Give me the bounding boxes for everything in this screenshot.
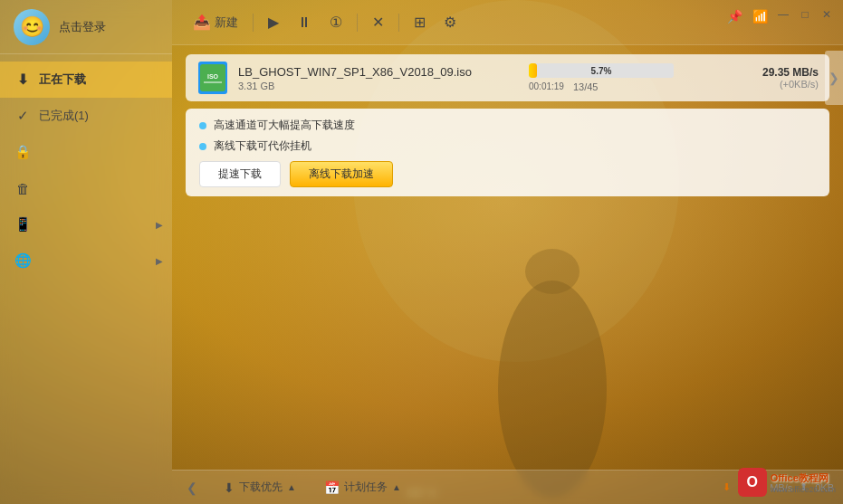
check-icon: ✓ — [14, 107, 32, 125]
expand-arrow-device: ▶ — [156, 220, 163, 230]
sidebar-header[interactable]: 😊 点击登录 — [0, 0, 172, 54]
left-arrow[interactable]: ❮ — [181, 477, 203, 499]
progress-label: 5.7% — [591, 66, 612, 76]
settings-icon: ⚙ — [444, 14, 456, 31]
sidebar-item-downloading[interactable]: ⬇ 正在下载 — [0, 62, 172, 98]
delete-icon: ✕ — [372, 14, 384, 31]
trash-icon: 🗑 — [14, 179, 32, 197]
download-info: LB_GHOST_WIN7_SP1_X86_V2018_09.iso 3.31 … — [238, 65, 520, 91]
download-progress-section: 5.7% 00:01:19 13/45 — [529, 63, 692, 92]
promo-text-2: 离线下载可代你挂机 — [214, 138, 311, 154]
nav-arrow-right[interactable]: ❯ — [825, 51, 843, 105]
down-arrow-icon: ⬇ — [723, 481, 731, 493]
expand-arrow-globe: ▶ — [156, 256, 163, 266]
wifi-button[interactable]: 📶 — [751, 7, 769, 25]
lock-icon: 🔒 — [14, 143, 32, 161]
promo-item-2: 离线下载可代你挂机 — [199, 138, 816, 154]
delete-button[interactable]: ✕ — [365, 9, 391, 35]
divider-3 — [398, 14, 399, 32]
time-elapsed: 00:01:19 — [529, 81, 564, 91]
download-item: ISO LB_GHOST_WIN7_SP1_X86_V2018_09.iso 3… — [186, 54, 829, 101]
pause-button[interactable]: ⏸ — [290, 10, 319, 35]
download-filesize: 3.31 GB — [238, 81, 520, 91]
play-icon: ▶ — [268, 14, 279, 31]
avatar-emoji: 😊 — [20, 15, 44, 39]
sidebar-nav: ⬇ 正在下载 ✓ 已完成(1) 🔒 🗑 ▶ 📱 ▶ 🌐 — [0, 54, 172, 279]
speed-up-button[interactable]: 提速下载 — [199, 161, 281, 187]
progress-bar-fill — [529, 63, 537, 78]
avatar[interactable]: 😊 — [14, 9, 50, 45]
watermark-title: Office教程网 — [771, 472, 829, 483]
sidebar-item-trash[interactable]: 🗑 — [0, 170, 172, 206]
download-icon: ⬇ — [14, 71, 32, 89]
sidebar-item-downloading-label: 正在下载 — [39, 71, 86, 88]
sidebar-item-locked[interactable]: 🔒 — [0, 134, 172, 170]
sidebar-item-device[interactable]: ▶ 📱 — [0, 206, 172, 242]
iso-bar — [204, 81, 222, 83]
watermark-info: Office教程网 www.office26.com — [771, 471, 836, 494]
download-speed-delta: (+0KB/s) — [701, 79, 819, 90]
play-button[interactable]: ▶ — [261, 9, 286, 35]
close-button[interactable]: ✕ — [819, 7, 834, 22]
download-filename: LB_GHOST_WIN7_SP1_X86_V2018_09.iso — [238, 65, 520, 79]
new-button[interactable]: 📤 新建 — [186, 9, 245, 35]
download-speed-section: 29.35 MB/s (+0KB/s) — [701, 66, 819, 90]
sidebar-item-globe[interactable]: ▶ 🌐 — [0, 242, 172, 279]
download-speed-value: 29.35 MB/s — [701, 66, 819, 79]
login-text[interactable]: 点击登录 — [59, 19, 106, 35]
schedule-button[interactable]: 📅 计划任务 ▲ — [317, 476, 408, 499]
new-icon: 📤 — [193, 14, 211, 31]
promo-dot-2 — [199, 143, 206, 150]
priority-button[interactable]: ⬇ 下载优先 ▲ — [216, 476, 303, 499]
sidebar-item-completed[interactable]: ✓ 已完成(1) — [0, 98, 172, 134]
sidebar-item-completed-label: 已完成(1) — [39, 108, 89, 124]
promo-actions: 提速下载 离线下载加速 — [199, 161, 816, 187]
maximize-button[interactable]: □ — [798, 7, 812, 22]
progress-bar-container: 5.7% — [529, 63, 674, 78]
schedule-arrow: ▲ — [392, 482, 401, 492]
promo-panel: 高速通道可大幅提高下载速度 离线下载可代你挂机 提速下载 离线下载加速 — [186, 109, 829, 196]
globe-icon: 🌐 — [14, 252, 32, 270]
priority-arrow: ▲ — [287, 482, 296, 492]
info-icon: ① — [330, 14, 342, 31]
minimize-button[interactable]: — — [776, 7, 790, 22]
pause-icon: ⏸ — [297, 14, 311, 31]
progress-row: 5.7% — [529, 63, 692, 78]
divider-1 — [253, 14, 254, 32]
offline-download-button[interactable]: 离线下载加速 — [290, 161, 393, 187]
grid-icon: ⊞ — [414, 14, 426, 31]
priority-icon: ⬇ — [224, 480, 235, 495]
promo-dot-1 — [199, 122, 206, 129]
progress-meta: 00:01:19 13/45 — [529, 81, 692, 92]
file-icon-container: ISO — [196, 62, 229, 94]
promo-item-1: 高速通道可大幅提高下载速度 — [199, 118, 816, 133]
sidebar: 😊 点击登录 ⬇ 正在下载 ✓ 已完成(1) 🔒 🗑 ▶ 📱 ▶ 🌐 — [0, 0, 172, 504]
window-controls: 📌 📶 — □ ✕ — [725, 7, 834, 25]
schedule-icon: 📅 — [324, 480, 340, 495]
download-area: ISO LB_GHOST_WIN7_SP1_X86_V2018_09.iso 3… — [172, 45, 843, 470]
device-icon: 📱 — [14, 215, 32, 233]
file-icon: ISO — [198, 62, 227, 94]
watermark-url: www.office26.com — [771, 485, 836, 494]
info-button[interactable]: ① — [322, 9, 350, 35]
promo-text-1: 高速通道可大幅提高下载速度 — [214, 118, 355, 133]
main-content: 📤 新建 ▶ ⏸ ① ✕ ⊞ ⚙ — [172, 0, 843, 504]
pin-button[interactable]: 📌 — [725, 7, 743, 25]
divider-2 — [357, 14, 358, 32]
schedule-label: 计划任务 — [344, 480, 388, 495]
pieces-info: 13/45 — [573, 81, 599, 92]
watermark: O Office教程网 www.office26.com — [738, 468, 836, 497]
settings-button[interactable]: ⚙ — [436, 9, 464, 35]
iso-label: ISO — [207, 73, 218, 80]
grid-button[interactable]: ⊞ — [407, 9, 433, 35]
new-label: 新建 — [215, 14, 238, 31]
office-badge: O — [738, 468, 767, 497]
priority-label: 下载优先 — [239, 480, 283, 495]
iso-icon: ISO — [200, 64, 225, 91]
